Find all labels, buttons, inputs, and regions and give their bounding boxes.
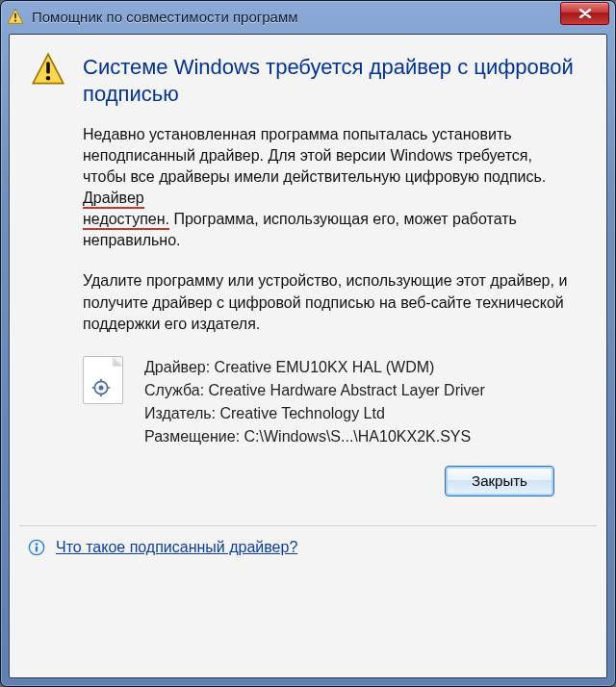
svg-point-7 — [99, 385, 104, 390]
highlighted-text: Драйвер — [83, 190, 144, 209]
dialog-heading: Системе Windows требуется драйвер с цифр… — [83, 54, 579, 107]
warning-icon — [31, 52, 65, 87]
dialog-client-area: Системе Windows требуется драйвер с цифр… — [9, 34, 607, 678]
window-close-button[interactable] — [560, 2, 609, 25]
message-paragraph-2: Удалите программу или устройство, исполь… — [83, 270, 579, 334]
driver-details: Драйвер: Creative EMU10KX HAL (WDM) Служ… — [144, 356, 485, 448]
window-title: Помощник по совместимости программ — [32, 9, 560, 25]
svg-rect-1 — [14, 13, 16, 19]
file-icon — [83, 356, 123, 404]
warning-icon — [7, 8, 24, 25]
message-paragraph-1: Недавно установленная программа попытала… — [83, 124, 579, 251]
svg-point-2 — [14, 19, 16, 21]
svg-rect-15 — [36, 546, 38, 551]
highlighted-text: недоступен. — [83, 211, 169, 230]
close-button[interactable]: Закрыть — [445, 466, 554, 496]
info-icon — [27, 538, 46, 557]
svg-rect-4 — [46, 62, 50, 73]
titlebar: Помощник по совместимости программ — [1, 1, 615, 32]
svg-point-14 — [36, 543, 38, 546]
svg-point-5 — [46, 76, 51, 81]
gear-icon — [91, 378, 111, 397]
help-link[interactable]: Что такое подписанный драйвер? — [56, 539, 297, 556]
close-icon — [578, 9, 592, 18]
dialog-window: Помощник по совместимости программ Систе… — [0, 0, 616, 687]
